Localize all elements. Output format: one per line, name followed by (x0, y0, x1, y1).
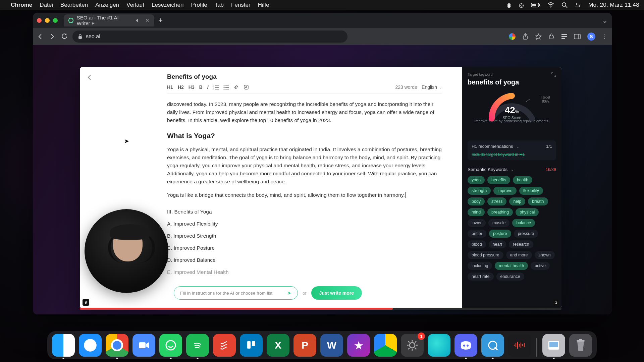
keyword-chip[interactable]: mental health (495, 262, 528, 270)
keyword-chip[interactable]: improve (493, 187, 516, 195)
keyword-chip[interactable]: research (509, 240, 533, 248)
paragraph-intro[interactable]: discovered today. In 2023, many people a… (167, 100, 442, 124)
bookmark-star-icon[interactable] (535, 33, 542, 40)
keyword-chip[interactable]: pressure (514, 230, 538, 238)
keyword-chip[interactable]: heart (489, 240, 506, 248)
keyword-chip[interactable]: and more (506, 251, 532, 259)
menu-window[interactable]: Fenster (231, 2, 251, 8)
dock-excel-icon[interactable]: X (267, 334, 289, 357)
share-icon[interactable] (522, 33, 528, 40)
keyword-chip[interactable]: benefits (487, 176, 510, 184)
outline-item[interactable]: A. Improved Flexibility (167, 220, 442, 228)
reading-list-icon[interactable] (561, 34, 567, 39)
format-bold-button[interactable]: B (199, 84, 203, 90)
video-progress-bar[interactable] (80, 308, 561, 310)
window-zoom-button[interactable] (53, 18, 58, 23)
panel-expand-icon[interactable] (551, 72, 556, 77)
semantic-keywords-header[interactable]: Semantic Keywords ⌄ 16/39 (468, 167, 556, 172)
keyword-chip[interactable]: breathing (487, 208, 513, 216)
keyword-chip[interactable]: help (509, 197, 525, 205)
screen-mirroring-icon[interactable]: ◎ (519, 2, 524, 9)
keyword-chip[interactable]: blood pressure (468, 251, 503, 259)
just-write-more-button[interactable]: Just write more (311, 286, 362, 300)
heading-what-is-yoga[interactable]: What is Yoga? (167, 130, 442, 141)
language-selector[interactable]: English ⌄ (422, 84, 442, 90)
tabs-menu-icon[interactable]: ⌄ (602, 16, 608, 24)
menu-app[interactable]: Chrome (11, 2, 32, 8)
menu-file[interactable]: Datei (40, 2, 53, 8)
dock-whatsapp-icon[interactable] (159, 334, 182, 357)
document-title[interactable]: Benefits of yoga (167, 73, 442, 80)
window-close-button[interactable] (37, 18, 42, 23)
control-center-icon[interactable] (575, 3, 581, 7)
keyword-chip[interactable]: health (513, 176, 532, 184)
outline-item[interactable]: E. Improved Mental Health (167, 268, 442, 276)
keyword-chip[interactable]: endurance (496, 273, 524, 281)
h1-recommendations-section[interactable]: H1 recommendations ⌄ 1/1 Include target … (468, 140, 556, 160)
dock-trello-icon[interactable] (240, 334, 263, 357)
address-bar[interactable]: seo.ai (72, 31, 347, 43)
dock-imovie-icon[interactable]: ★ (347, 334, 370, 357)
paragraph-what[interactable]: Yoga is a physical, mental, and spiritua… (167, 145, 442, 186)
outline-item[interactable]: C. Improved Posture (167, 244, 442, 252)
menu-help[interactable]: Hilfe (258, 2, 269, 8)
outline-item[interactable]: B. Improved Strength (167, 232, 442, 240)
dock-settings-icon[interactable]: 1 (401, 334, 424, 357)
keyword-chip[interactable]: yoga (468, 176, 485, 184)
format-h2-button[interactable]: H2 (178, 84, 184, 90)
menu-bookmarks[interactable]: Lesezeichen (152, 2, 183, 8)
format-ul-icon[interactable] (223, 85, 229, 89)
dock-word-icon[interactable]: W (320, 334, 343, 357)
record-status-icon[interactable]: ◉ (506, 2, 512, 9)
format-h3-button[interactable]: H3 (189, 84, 195, 90)
google-services-icon[interactable] (509, 33, 516, 40)
keyword-chip[interactable]: strength (468, 187, 491, 195)
tab-mute-icon[interactable] (135, 18, 140, 23)
keyword-chip[interactable]: stress (487, 197, 506, 205)
document-outline[interactable]: III. Benefits of Yoga A. Improved Flexib… (167, 208, 442, 276)
dock-voice-memos-icon[interactable] (508, 334, 531, 357)
dock-quicktime-icon[interactable] (481, 334, 504, 357)
document-body[interactable]: discovered today. In 2023, many people a… (167, 100, 442, 276)
new-tab-button[interactable]: + (158, 16, 163, 25)
browser-tab[interactable]: SEO.ai - The #1 AI Writer F ✕ (64, 14, 154, 26)
menu-history[interactable]: Verlauf (126, 2, 144, 8)
menu-tab[interactable]: Tab (215, 2, 224, 8)
spotlight-icon[interactable] (561, 2, 568, 8)
dock-siri-icon[interactable] (428, 334, 450, 357)
keyword-chip[interactable]: flexibility (519, 187, 543, 195)
chrome-menu-icon[interactable]: ⋮ (602, 34, 608, 40)
keyword-chip[interactable]: better (468, 230, 486, 238)
format-h1-button[interactable]: H1 (167, 84, 173, 90)
ai-instruction-input[interactable]: Fill in instructions for the AI or choos… (174, 286, 298, 300)
dock-preview-icon[interactable] (542, 334, 565, 357)
menu-edit[interactable]: Bearbeiten (60, 2, 88, 8)
keyword-chip[interactable]: balance (512, 219, 535, 227)
battery-icon[interactable] (531, 3, 540, 7)
dock-todoist-icon[interactable] (213, 334, 236, 357)
outline-item[interactable]: III. Benefits of Yoga (167, 208, 442, 216)
ai-send-icon[interactable]: ➤ (287, 290, 291, 296)
window-minimize-button[interactable] (45, 18, 50, 23)
nav-back-icon[interactable] (37, 33, 44, 40)
extensions-icon[interactable] (548, 34, 554, 40)
paragraph-bridge[interactable]: Yoga is like a bridge that connects the … (167, 191, 442, 199)
format-link-icon[interactable] (233, 84, 239, 90)
keyword-chip[interactable]: body (468, 197, 485, 205)
editor-back-button[interactable] (87, 74, 93, 80)
profile-avatar[interactable]: S (587, 33, 595, 41)
tab-close-icon[interactable]: ✕ (145, 17, 150, 23)
dock-trash-icon[interactable] (569, 334, 592, 357)
keyword-chip[interactable]: active (531, 262, 550, 270)
format-ai-icon[interactable] (244, 84, 249, 90)
menubar-clock[interactable]: Mo. 20. März 11:48 (588, 2, 639, 8)
keyword-chip[interactable]: physical (516, 208, 539, 216)
menu-view[interactable]: Anzeigen (95, 2, 119, 8)
dock-finder-icon[interactable] (52, 334, 75, 357)
keyword-chip[interactable]: blood (468, 240, 486, 248)
format-italic-button[interactable]: I (207, 84, 209, 90)
keyword-chip[interactable]: mind (468, 208, 485, 216)
dock-zoom-icon[interactable] (132, 334, 155, 357)
dock-safari-icon[interactable] (79, 334, 102, 357)
format-ol-icon[interactable]: 123 (213, 85, 219, 89)
